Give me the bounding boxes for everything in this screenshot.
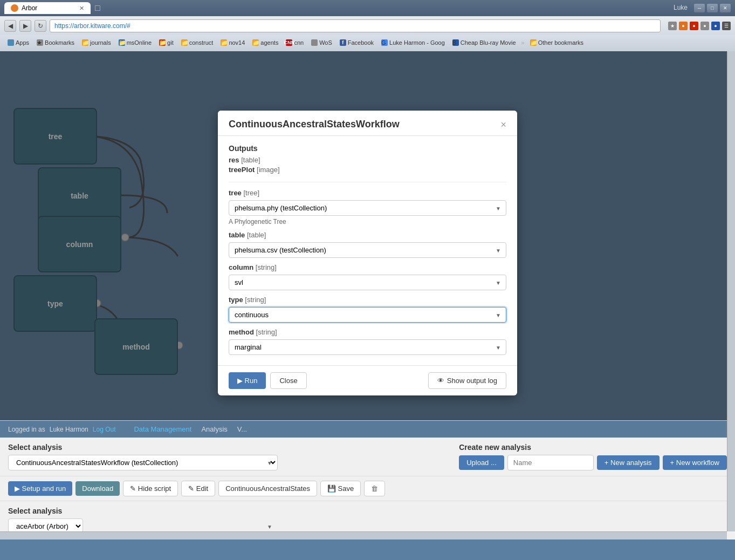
refresh-button[interactable]: ↻ xyxy=(35,20,46,32)
analysis-select[interactable]: ContinuousAncestralStatesWorkflow (testC… xyxy=(8,455,278,470)
bottom-panel: Logged in as Luke Harmon Log Out Data Ma… xyxy=(0,420,735,539)
tab-close-button[interactable]: ✕ xyxy=(79,5,84,12)
bookmark-agents[interactable]: 📁 agents xyxy=(249,38,281,47)
tab-favicon xyxy=(11,4,18,12)
table-select[interactable]: phelsuma.csv (testCollection) xyxy=(229,242,506,258)
close-button[interactable]: ✕ xyxy=(720,4,731,12)
bookmark-msonline[interactable]: 📁 msOnline xyxy=(115,38,155,47)
bookmark-cnn-label: cnn xyxy=(294,39,304,46)
content-area: tree table column type method Continuous… xyxy=(0,51,735,539)
field-table-label: table [table] xyxy=(229,231,506,239)
logout-link[interactable]: Log Out xyxy=(93,426,116,433)
field-type: type [string] continuous xyxy=(229,296,506,323)
bookmark-msonline-label: msOnline xyxy=(127,39,152,46)
new-workflow-button[interactable]: + New workflow xyxy=(663,455,727,470)
modal-close-button[interactable]: × xyxy=(500,120,506,129)
facebook-bm-icon: f xyxy=(340,39,346,46)
ext-icon1[interactable]: ● xyxy=(679,22,688,30)
modal-body: Outputs res [table] treePlot [image] tre… xyxy=(218,136,517,365)
field-tree-label: tree [tree] xyxy=(229,189,506,197)
script-name-button[interactable]: ContinuousAncestralStates xyxy=(218,481,317,496)
bookmark-journals[interactable]: 📁 journals xyxy=(79,38,114,47)
type-select[interactable]: continuous xyxy=(229,307,506,323)
maximize-button[interactable]: □ xyxy=(707,4,718,12)
browser-chrome: Arbor ✕ □ Luke ─ □ ✕ ◀ ▶ ↻ https://arbor… xyxy=(0,0,735,51)
ext-icon4[interactable]: ● xyxy=(711,22,720,30)
bookmark-cnn[interactable]: CNN cnn xyxy=(283,38,307,47)
bookmark-wos[interactable]: WoS xyxy=(308,38,335,47)
select-analysis-section: Select analysis ContinuousAncestralState… xyxy=(8,443,448,470)
bookmark-luke-harmon[interactable]: G Luke Harmon - Goog xyxy=(378,38,448,47)
title-bar: Arbor ✕ □ Luke ─ □ ✕ xyxy=(0,0,735,16)
analysis-select-wrapper: ContinuousAncestralStatesWorkflow (testC… xyxy=(8,455,278,470)
agents-bm-icon: 📁 xyxy=(252,39,259,46)
browser-tab[interactable]: Arbor ✕ xyxy=(4,2,91,14)
analysis-name-input[interactable] xyxy=(507,455,594,470)
column-select[interactable]: svl xyxy=(229,275,506,290)
horizontal-scrollbar[interactable] xyxy=(0,531,727,539)
other-bm-icon: 📁 xyxy=(530,39,537,46)
journals-bm-icon: 📁 xyxy=(82,39,88,46)
back-button[interactable]: ◀ xyxy=(4,20,16,32)
footer-left-buttons: ▶ Run Close xyxy=(229,372,307,389)
bookmark-bluray-label: Cheap Blu-ray Movie xyxy=(461,39,516,46)
ext-icon2[interactable]: ● xyxy=(690,22,698,30)
vertical-scrollbar[interactable] xyxy=(727,51,735,531)
edit-button[interactable]: ✎ Edit xyxy=(181,481,215,496)
git-bm-icon: 📁 xyxy=(159,39,166,46)
bookmark-bookmarks[interactable]: ★ Bookmarks xyxy=(33,38,78,47)
window-user-label: Luke xyxy=(674,4,688,12)
bookmark-facebook-label: Facebook xyxy=(348,39,374,46)
minimize-button[interactable]: ─ xyxy=(694,4,705,12)
method-select[interactable]: marginal xyxy=(229,339,506,355)
eye-icon: 👁 xyxy=(437,377,444,385)
new-tab-button[interactable]: □ xyxy=(95,3,100,13)
bookmark-wos-label: WoS xyxy=(319,39,332,46)
star-icon[interactable]: ★ xyxy=(668,22,677,30)
bookmarks-bar: Apps ★ Bookmarks 📁 journals 📁 msOnline 📁… xyxy=(0,35,735,50)
address-bar[interactable]: https://arbor.kitware.com/# xyxy=(50,19,661,32)
action-buttons-row: ▶ Setup and run Download ✎ Hide script ✎… xyxy=(8,481,727,496)
bookmark-facebook[interactable]: f Facebook xyxy=(336,38,377,47)
hide-script-button[interactable]: ✎ Hide script xyxy=(123,481,178,496)
ext-icon5[interactable]: ☰ xyxy=(722,22,731,30)
table-select-wrapper: phelsuma.csv (testCollection) xyxy=(229,242,506,258)
download-button[interactable]: Download xyxy=(75,481,120,496)
modal-header: ContinuousAncestralStatesWorkflow × xyxy=(218,111,517,136)
analysis-panel-top: Select analysis ContinuousAncestralState… xyxy=(0,438,735,476)
visualization-tab[interactable]: V... xyxy=(234,424,250,434)
second-analysis-label: Select analysis xyxy=(8,507,727,515)
nav-bar: ◀ ▶ ↻ https://arbor.kitware.com/# ★ ● ● … xyxy=(0,16,735,35)
delete-button[interactable]: 🗑 xyxy=(364,481,385,496)
analysis-tab[interactable]: Analysis xyxy=(198,424,230,434)
ext-icon3[interactable]: ● xyxy=(700,22,709,30)
create-analysis-label: Create new analysis xyxy=(459,443,727,452)
show-output-log-button[interactable]: 👁 Show output log xyxy=(428,372,506,389)
bookmark-apps[interactable]: Apps xyxy=(4,38,32,47)
apps-bm-icon xyxy=(8,39,14,46)
close-modal-button[interactable]: Close xyxy=(270,372,306,389)
forward-button[interactable]: ▶ xyxy=(19,20,31,32)
bookmark-nov14[interactable]: 📁 nov14 xyxy=(217,38,248,47)
data-management-tab[interactable]: Data Management xyxy=(130,424,195,434)
new-analysis-button[interactable]: + New analysis xyxy=(597,455,660,470)
bookmark-construct[interactable]: 📁 construct xyxy=(178,38,217,47)
bookmark-other[interactable]: 📁 Other bookmarks xyxy=(527,38,587,47)
outputs-section: Outputs res [table] treePlot [image] xyxy=(229,144,506,182)
username: Luke Harmon xyxy=(50,426,88,433)
modal-dialog: ContinuousAncestralStatesWorkflow × Outp… xyxy=(218,111,517,395)
save-button[interactable]: 💾 Save xyxy=(320,481,361,496)
output-treeplot: treePlot [image] xyxy=(229,166,506,174)
bookmark-agents-label: agents xyxy=(260,39,278,46)
upload-button[interactable]: Upload ... xyxy=(459,455,504,470)
bookmark-bluray[interactable]: B Cheap Blu-ray Movie xyxy=(449,38,519,47)
tree-select[interactable]: phelsuma.phy (testCollection) xyxy=(229,200,506,216)
window-controls: Luke ─ □ ✕ xyxy=(674,4,731,12)
setup-run-button[interactable]: ▶ Setup and run xyxy=(8,481,72,496)
run-button[interactable]: ▶ Run xyxy=(229,372,266,389)
bookmark-bookmarks-label: Bookmarks xyxy=(45,39,74,46)
tree-select-wrapper: phelsuma.phy (testCollection) xyxy=(229,200,506,216)
login-bar: Logged in as Luke Harmon Log Out Data Ma… xyxy=(0,421,735,438)
field-method: method [string] marginal xyxy=(229,328,506,355)
bookmark-git[interactable]: 📁 git xyxy=(156,38,177,47)
